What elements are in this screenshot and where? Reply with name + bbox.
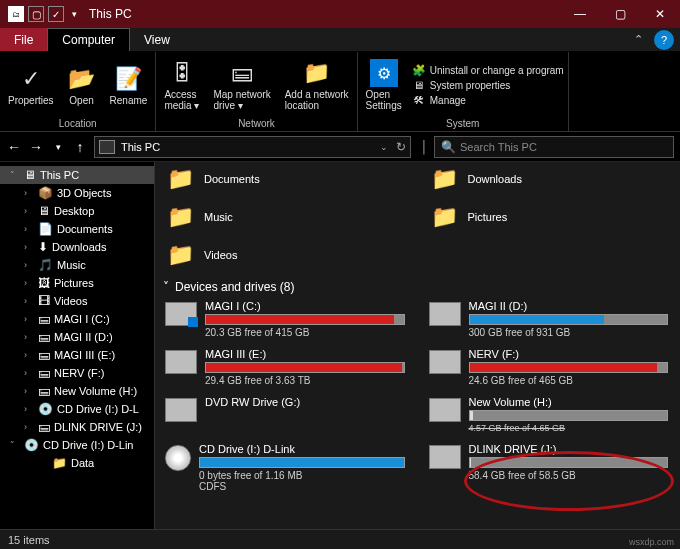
drive-item[interactable]: CD Drive (I:) D-Link0 bytes free of 1.16… — [163, 441, 407, 494]
drive-item[interactable]: MAGI I (C:)20.3 GB free of 415 GB — [163, 298, 407, 340]
drive-item[interactable]: New Volume (H:)4.57 GB free of 4.65 GB — [427, 394, 671, 435]
qat-icon-2[interactable]: ✓ — [48, 6, 64, 22]
tree-item[interactable]: ›🖥Desktop — [0, 202, 154, 220]
minimize-button[interactable]: — — [560, 0, 600, 28]
forward-button[interactable]: → — [28, 139, 44, 155]
drive-item[interactable]: MAGI III (E:)29.4 GB free of 3.63 TB — [163, 346, 407, 388]
drive-usage-bar — [469, 314, 669, 325]
ribbon-collapse-icon[interactable]: ⌃ — [628, 28, 648, 51]
expand-icon[interactable]: › — [24, 350, 34, 360]
tree-item[interactable]: ›💿CD Drive (I:) D-L — [0, 400, 154, 418]
open-settings-button[interactable]: ⚙Open Settings — [362, 54, 406, 116]
folder-item[interactable]: 📁Pictures — [427, 200, 671, 234]
tree-label: This PC — [40, 169, 79, 181]
expand-icon[interactable]: › — [24, 368, 34, 378]
expand-icon[interactable]: › — [24, 314, 34, 324]
tree-item[interactable]: ›🖴MAGI III (E:) — [0, 346, 154, 364]
expand-icon[interactable]: › — [24, 278, 34, 288]
folder-item[interactable]: 📁Music — [163, 200, 407, 234]
ribbon-group-network: 🎛Access media ▾ 🖴Map network drive ▾ 📁Ad… — [156, 52, 357, 131]
drive-usage-bar — [199, 457, 405, 468]
folder-icon: 📁 — [167, 204, 194, 230]
up-button[interactable]: ↑ — [72, 139, 88, 155]
manage-button[interactable]: 🛠Manage — [412, 93, 564, 107]
folder-icon: 📁 — [431, 204, 458, 230]
tree-item[interactable]: ˅🖥This PC — [0, 166, 154, 184]
add-location-button[interactable]: 📁Add a network location — [281, 54, 353, 116]
expand-icon[interactable]: ˅ — [10, 170, 20, 180]
qat-dropdown-icon[interactable]: ▾ — [72, 9, 77, 19]
back-button[interactable]: ← — [6, 139, 22, 155]
navigation-tree[interactable]: ˅🖥This PC›📦3D Objects›🖥Desktop›📄Document… — [0, 162, 155, 529]
expand-icon[interactable]: › — [24, 224, 34, 234]
close-button[interactable]: ✕ — [640, 0, 680, 28]
collapse-icon: ˅ — [163, 280, 169, 294]
folder-name: Documents — [204, 173, 260, 185]
folder-item[interactable]: 📁Videos — [163, 238, 407, 272]
tree-item[interactable]: ˅💿CD Drive (I:) D-Lin — [0, 436, 154, 454]
tree-item[interactable]: ›🎵Music — [0, 256, 154, 274]
properties-button[interactable]: ✓Properties — [4, 54, 58, 116]
view-tab[interactable]: View — [130, 28, 184, 51]
rename-icon: 📝 — [114, 65, 142, 93]
tree-item[interactable]: ›🖴MAGI I (C:) — [0, 310, 154, 328]
expand-icon[interactable]: › — [24, 188, 34, 198]
drive-item[interactable]: NERV (F:)24.6 GB free of 465 GB — [427, 346, 671, 388]
map-drive-button[interactable]: 🖴Map network drive ▾ — [209, 54, 274, 116]
expand-icon[interactable]: › — [24, 260, 34, 270]
expand-icon[interactable]: › — [24, 422, 34, 432]
tree-icon: 🖼 — [38, 276, 50, 290]
expand-icon[interactable]: › — [24, 206, 34, 216]
drive-free: 20.3 GB free of 415 GB — [205, 327, 405, 338]
tree-item[interactable]: ›🖴New Volume (H:) — [0, 382, 154, 400]
tree-item[interactable]: ›🖴MAGI II (D:) — [0, 328, 154, 346]
tree-icon: 📦 — [38, 186, 53, 200]
address-bar[interactable]: This PC ⌄ ↻ — [94, 136, 411, 158]
drive-item[interactable]: DVD RW Drive (G:) — [163, 394, 407, 435]
devices-section-header[interactable]: ˅ Devices and drives (8) — [163, 280, 680, 294]
recent-dropdown-icon[interactable]: ▾ — [50, 142, 66, 152]
drive-name: DVD RW Drive (G:) — [205, 396, 405, 408]
drive-name: CD Drive (I:) D-Link — [199, 443, 405, 455]
address-chevron-icon[interactable]: ⌄ — [380, 142, 388, 152]
uninstall-program-button[interactable]: 🧩Uninstall or change a program — [412, 63, 564, 77]
tree-label: Downloads — [52, 241, 106, 253]
expand-icon[interactable]: › — [24, 296, 34, 306]
file-tab[interactable]: File — [0, 28, 47, 51]
access-media-button[interactable]: 🎛Access media ▾ — [160, 54, 203, 116]
open-icon: 📂 — [68, 65, 96, 93]
tree-item[interactable]: ›🖼Pictures — [0, 274, 154, 292]
tree-item[interactable]: 📁Data — [0, 454, 154, 472]
expand-icon[interactable]: › — [24, 386, 34, 396]
folder-icon: 📁 — [167, 242, 194, 268]
computer-tab[interactable]: Computer — [47, 28, 130, 51]
refresh-button[interactable]: ↻ — [396, 140, 406, 154]
open-button[interactable]: 📂Open — [64, 54, 100, 116]
qat-icon-1[interactable]: ▢ — [28, 6, 44, 22]
help-button[interactable]: ? — [654, 30, 674, 50]
expand-icon[interactable]: › — [24, 332, 34, 342]
tree-item[interactable]: ›⬇Downloads — [0, 238, 154, 256]
expand-icon[interactable]: › — [24, 404, 34, 414]
rename-button[interactable]: 📝Rename — [106, 54, 152, 116]
folder-item[interactable]: 📁Documents — [163, 162, 407, 196]
drive-usage-bar — [469, 362, 669, 373]
drive-free: 300 GB free of 931 GB — [469, 327, 669, 338]
tree-item[interactable]: ›🖴DLINK DRIVE (J:) — [0, 418, 154, 436]
folder-item[interactable]: 📁Downloads — [427, 162, 671, 196]
tree-item[interactable]: ›🎞Videos — [0, 292, 154, 310]
search-placeholder: Search This PC — [460, 141, 537, 153]
expand-icon[interactable]: ˅ — [10, 440, 20, 450]
drive-free: 29.4 GB free of 3.63 TB — [205, 375, 405, 386]
system-properties-button[interactable]: 🖥System properties — [412, 78, 564, 92]
tree-item[interactable]: ›📦3D Objects — [0, 184, 154, 202]
tree-icon: 🎞 — [38, 294, 50, 308]
search-box[interactable]: 🔍 Search This PC — [434, 136, 674, 158]
maximize-button[interactable]: ▢ — [600, 0, 640, 28]
drive-item[interactable]: MAGI II (D:)300 GB free of 931 GB — [427, 298, 671, 340]
drive-item[interactable]: DLINK DRIVE (J:)58.4 GB free of 58.5 GB — [427, 441, 671, 494]
folder-name: Pictures — [468, 211, 508, 223]
tree-item[interactable]: ›📄Documents — [0, 220, 154, 238]
expand-icon[interactable]: › — [24, 242, 34, 252]
tree-item[interactable]: ›🖴NERV (F:) — [0, 364, 154, 382]
